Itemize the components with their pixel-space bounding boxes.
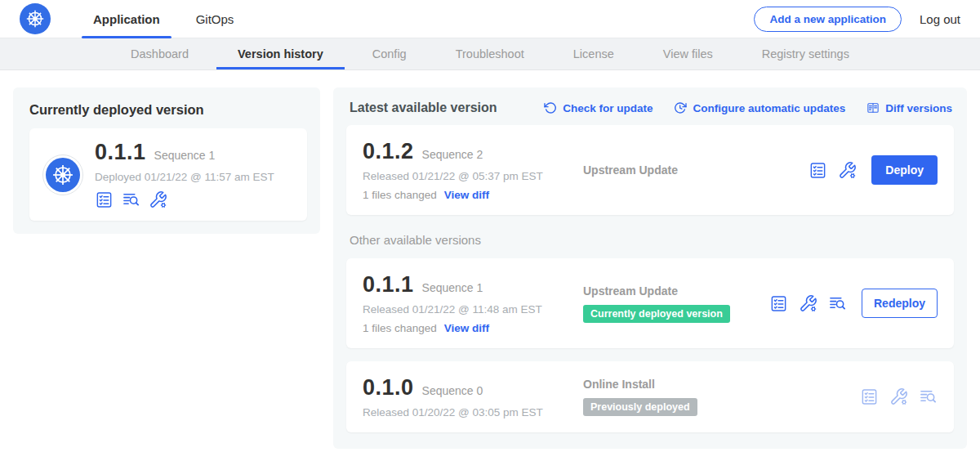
top-nav-tabs: Application GitOps bbox=[75, 0, 252, 38]
preflight-checklist-icon[interactable] bbox=[95, 190, 114, 209]
preflight-checklist-icon[interactable] bbox=[769, 294, 788, 313]
diff-icon bbox=[866, 101, 880, 114]
view-logs-icon[interactable] bbox=[122, 190, 140, 209]
refresh-icon bbox=[544, 101, 557, 114]
deployed-version-card: 0.1.1 Sequence 1 Deployed 01/21/22 @ 11:… bbox=[29, 128, 307, 221]
diff-versions-link[interactable]: Diff versions bbox=[866, 101, 952, 114]
edit-config-wrench-icon[interactable] bbox=[149, 190, 167, 209]
preflight-checklist-icon[interactable] bbox=[808, 161, 827, 180]
deployed-date: Deployed 01/21/22 @ 11:57 am EST bbox=[95, 171, 274, 183]
version-card-0-1-2: 0.1.2 Sequence 2 Released 01/21/22 @ 05:… bbox=[346, 125, 954, 215]
released-date: Released 01/20/22 @ 03:05 pm EST bbox=[363, 406, 573, 418]
edit-config-wrench-icon[interactable] bbox=[889, 387, 908, 406]
currently-deployed-badge: Currently deployed version bbox=[583, 305, 730, 323]
app-logo-icon bbox=[42, 154, 83, 195]
version-number: 0.1.2 bbox=[363, 139, 414, 164]
view-logs-icon[interactable] bbox=[919, 387, 938, 406]
sequence-label: Sequence 2 bbox=[422, 148, 483, 161]
version-number: 0.1.1 bbox=[363, 272, 414, 298]
add-application-button[interactable]: Add a new application bbox=[754, 7, 902, 32]
tab-gitops[interactable]: GitOps bbox=[178, 0, 252, 38]
top-nav: Application GitOps Add a new application… bbox=[0, 0, 980, 38]
deployed-panel-title: Currently deployed version bbox=[29, 102, 307, 118]
configure-updates-label: Configure automatic updates bbox=[693, 102, 845, 114]
subnav-version-history[interactable]: Version history bbox=[213, 38, 348, 69]
files-changed-label: 1 files changed bbox=[363, 322, 437, 334]
deployed-version-number: 0.1.1 bbox=[95, 140, 146, 165]
view-logs-icon[interactable] bbox=[828, 294, 847, 313]
check-for-update-link[interactable]: Check for update bbox=[544, 101, 653, 114]
subnav-config[interactable]: Config bbox=[348, 38, 431, 69]
released-date: Released 01/21/22 @ 11:48 am EST bbox=[363, 303, 573, 316]
version-source-label: Upstream Update bbox=[583, 284, 769, 298]
files-changed-label: 1 files changed bbox=[363, 189, 437, 201]
subnav-dashboard[interactable]: Dashboard bbox=[106, 38, 213, 69]
edit-config-wrench-icon[interactable] bbox=[838, 161, 857, 180]
configure-automatic-updates-link[interactable]: Configure automatic updates bbox=[674, 101, 845, 114]
check-for-update-label: Check for update bbox=[563, 102, 653, 114]
latest-available-title: Latest available version bbox=[350, 101, 497, 115]
edit-config-wrench-icon[interactable] bbox=[799, 294, 817, 313]
subnav-view-files[interactable]: View files bbox=[639, 38, 737, 69]
subnav-troubleshoot[interactable]: Troubleshoot bbox=[431, 38, 549, 69]
sequence-label: Sequence 1 bbox=[422, 281, 483, 294]
version-source-label: Online Install bbox=[583, 378, 860, 391]
diff-versions-label: Diff versions bbox=[885, 102, 952, 114]
previously-deployed-badge: Previously deployed bbox=[583, 398, 697, 416]
version-card-0-1-0: 0.1.0 Sequence 0 Released 01/20/22 @ 03:… bbox=[346, 361, 954, 432]
preflight-checklist-icon[interactable] bbox=[860, 387, 879, 406]
app-sub-nav: Dashboard Version history Config Trouble… bbox=[0, 38, 980, 70]
deploy-button[interactable]: Deploy bbox=[871, 155, 938, 185]
logout-link[interactable]: Log out bbox=[920, 12, 960, 26]
version-card-0-1-1: 0.1.1 Sequence 1 Released 01/21/22 @ 11:… bbox=[346, 258, 954, 348]
schedule-icon bbox=[674, 101, 687, 114]
other-available-versions-title: Other available versions bbox=[350, 233, 951, 247]
subnav-registry-settings[interactable]: Registry settings bbox=[737, 38, 874, 69]
sequence-label: Sequence 0 bbox=[422, 384, 483, 397]
redeploy-button[interactable]: Redeploy bbox=[862, 289, 938, 318]
kubernetes-logo-icon bbox=[20, 3, 51, 34]
released-date: Released 01/21/22 @ 05:37 pm EST bbox=[363, 170, 573, 182]
version-number: 0.1.0 bbox=[363, 375, 414, 401]
available-versions-panel: Latest available version Check for updat… bbox=[333, 87, 967, 449]
view-diff-link[interactable]: View diff bbox=[444, 189, 489, 201]
subnav-license[interactable]: License bbox=[549, 38, 639, 69]
currently-deployed-panel: Currently deployed version 0.1.1 Sequenc… bbox=[13, 87, 320, 234]
deployed-sequence-label: Sequence 1 bbox=[154, 149, 216, 162]
tab-application[interactable]: Application bbox=[75, 0, 178, 38]
view-diff-link[interactable]: View diff bbox=[444, 322, 489, 334]
version-source-label: Upstream Update bbox=[583, 163, 808, 177]
